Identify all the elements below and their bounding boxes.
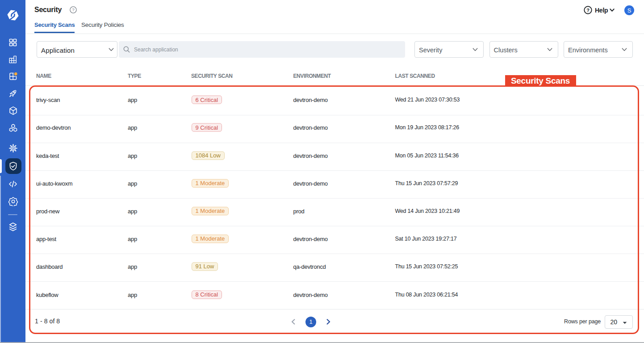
svg-text:?: ? (586, 8, 590, 13)
svg-text:?: ? (72, 7, 75, 12)
